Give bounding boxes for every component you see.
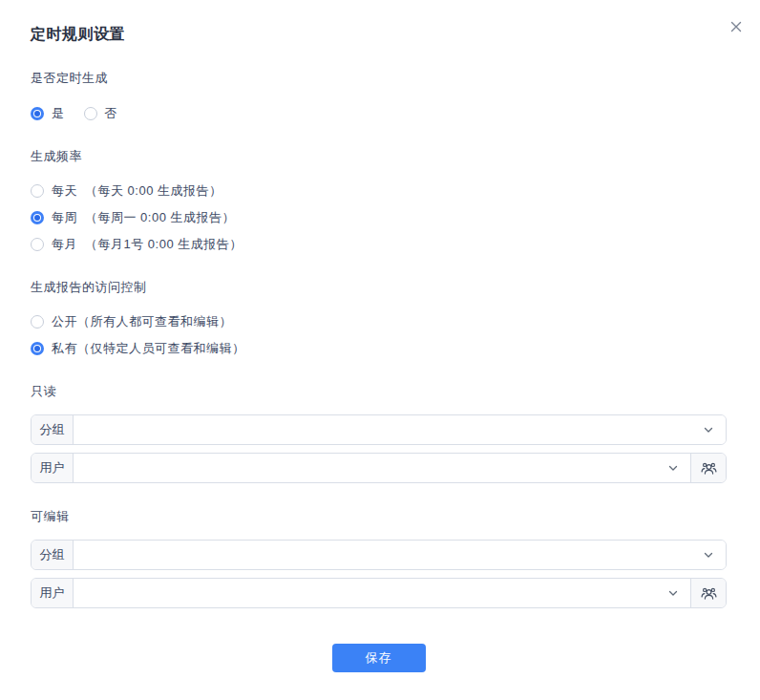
radio-access-private[interactable]: 私有（仅特定人员可查看和编辑）: [31, 339, 727, 358]
radio-frequency-weekly[interactable]: 每周 （每周一 0:00 生成报告）: [31, 208, 727, 227]
editable-section-label: 可编辑: [31, 508, 727, 525]
chevron-down-icon: [667, 587, 679, 599]
readonly-user-select-row: 用户: [31, 453, 727, 483]
chevron-down-icon: [703, 424, 714, 435]
radio-schedule-no[interactable]: 否: [84, 104, 118, 123]
scheduled-rule-dialog: 定时规则设置 是否定时生成 是 否 生成频率 每天 （每天 0:00 生成报告）…: [0, 0, 760, 700]
editable-user-select[interactable]: [74, 579, 690, 607]
dialog-footer: 保存: [31, 644, 727, 672]
readonly-group-select-row: 分组: [31, 414, 727, 445]
radio-private-icon[interactable]: [31, 342, 44, 355]
radio-frequency-monthly[interactable]: 每月 （每月1号 0:00 生成报告）: [31, 235, 727, 254]
radio-daily-icon[interactable]: [31, 184, 44, 198]
chevron-down-icon: [667, 462, 679, 474]
users-group-icon: [700, 459, 718, 477]
radio-monthly-label: 每月: [52, 235, 77, 254]
editable-user-select-row: 用户: [31, 578, 727, 608]
schedule-radio-group: 是 否: [31, 104, 727, 123]
editable-user-label: 用户: [32, 579, 74, 607]
radio-access-public[interactable]: 公开（所有人都可查看和编辑）: [31, 312, 727, 331]
radio-daily-desc: （每天 0:00 生成报告）: [85, 181, 222, 201]
radio-yes-label: 是: [52, 104, 65, 123]
close-icon: [729, 20, 743, 33]
editable-group-label: 分组: [32, 541, 74, 569]
frequency-section-label: 生成频率: [31, 148, 727, 165]
schedule-section-label: 是否定时生成: [31, 70, 727, 87]
radio-daily-label: 每天: [52, 181, 77, 201]
chevron-down-icon: [703, 549, 714, 561]
readonly-group-label: 分组: [32, 415, 74, 444]
readonly-user-label: 用户: [32, 454, 74, 482]
readonly-section-label: 只读: [31, 383, 727, 400]
radio-weekly-label: 每周: [52, 208, 77, 227]
access-section-label: 生成报告的访问控制: [31, 279, 727, 296]
radio-schedule-yes[interactable]: 是: [31, 104, 65, 123]
editable-group-select[interactable]: [74, 541, 726, 569]
editable-group-select-row: 分组: [31, 540, 727, 570]
frequency-radio-group: 每天 （每天 0:00 生成报告） 每周 （每周一 0:00 生成报告） 每月 …: [31, 181, 727, 254]
access-radio-group: 公开（所有人都可查看和编辑） 私有（仅特定人员可查看和编辑）: [31, 312, 727, 358]
radio-no-label: 否: [105, 104, 118, 123]
editable-user-picker-button[interactable]: [690, 579, 726, 607]
users-group-icon: [700, 584, 718, 603]
radio-no-icon[interactable]: [84, 107, 97, 120]
close-button[interactable]: [728, 18, 745, 35]
radio-frequency-daily[interactable]: 每天 （每天 0:00 生成报告）: [31, 181, 727, 201]
readonly-user-picker-button[interactable]: [690, 454, 726, 482]
radio-monthly-desc: （每月1号 0:00 生成报告）: [85, 235, 243, 254]
radio-monthly-icon[interactable]: [31, 238, 44, 251]
readonly-user-select[interactable]: [74, 454, 690, 482]
radio-private-label: 私有（仅特定人员可查看和编辑）: [52, 339, 245, 358]
radio-yes-icon[interactable]: [31, 107, 44, 120]
save-button[interactable]: 保存: [332, 644, 426, 672]
radio-weekly-icon[interactable]: [31, 211, 44, 224]
radio-weekly-desc: （每周一 0:00 生成报告）: [85, 208, 235, 227]
radio-public-label: 公开（所有人都可查看和编辑）: [52, 312, 232, 331]
radio-public-icon[interactable]: [31, 315, 44, 329]
readonly-group-select[interactable]: [74, 415, 726, 444]
dialog-title: 定时规则设置: [31, 24, 727, 45]
